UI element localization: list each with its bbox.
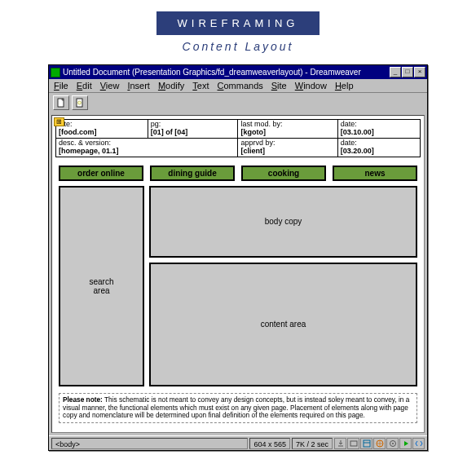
nav-news[interactable]: news: [333, 166, 417, 181]
titlebar[interactable]: Untitled Document (Presentation Graphics…: [49, 65, 427, 79]
new-file-button[interactable]: [53, 95, 69, 110]
nav-row: order online dining guide cooking news: [55, 166, 421, 181]
note-text: This schematic is not meant to convey an…: [63, 395, 409, 420]
document-icon: [51, 68, 60, 77]
code-inspector-icon[interactable]: [360, 438, 372, 449]
info-date1-cell: date: [03.10.00]: [337, 120, 420, 139]
menu-insert[interactable]: Insert: [127, 81, 150, 91]
note-label: Please note:: [63, 395, 103, 404]
right-column: body copy content area: [149, 186, 417, 386]
info-table-wrap: ⊞ site: [food.com] pg: [01] of [04] last…: [55, 119, 421, 157]
menu-view[interactable]: View: [100, 81, 120, 91]
status-dimensions[interactable]: 604 x 565: [249, 438, 290, 449]
info-date2-cell: date: [03.20.00]: [337, 138, 420, 157]
menu-modify[interactable]: Modify: [158, 81, 184, 91]
statusbar: <body> 604 x 565 7K / 2 sec: [49, 435, 427, 450]
info-pg-cell: pg: [01] of [04]: [148, 120, 238, 139]
minimize-button[interactable]: _: [390, 67, 401, 77]
app-window: Untitled Document (Presentation Graphics…: [48, 64, 428, 451]
info-value: [03.20.00]: [341, 148, 417, 156]
close-button[interactable]: ×: [414, 67, 425, 77]
page-properties-button[interactable]: [72, 95, 88, 110]
page-banner: WIREFRAMING: [156, 11, 320, 35]
status-icons: [334, 438, 425, 449]
search-area-block: search area: [59, 186, 144, 386]
svg-point-2: [78, 101, 82, 104]
info-value: [homepage, 01.1]: [59, 148, 235, 156]
document-canvas[interactable]: ⊞ site: [food.com] pg: [01] of [04] last…: [51, 115, 425, 433]
download-stats-icon[interactable]: [334, 438, 346, 449]
info-value: [kgoto]: [240, 129, 334, 137]
status-size: 7K / 2 sec: [292, 438, 333, 449]
menu-edit[interactable]: Edit: [77, 81, 92, 91]
layout-row: search area body copy content area: [55, 186, 421, 386]
body-copy-block: body copy: [149, 186, 417, 258]
globe-icon[interactable]: [373, 438, 386, 449]
table-tag-icon[interactable]: ⊞: [54, 117, 64, 126]
play-icon[interactable]: [399, 438, 412, 449]
info-value: [food.com]: [59, 129, 145, 137]
hand-page-icon: [75, 98, 85, 108]
info-apprvd-cell: apprvd by: [client]: [238, 138, 337, 157]
nav-order-online[interactable]: order online: [59, 166, 143, 181]
note-box: Please note: This schematic is not meant…: [59, 393, 417, 424]
svg-point-7: [392, 443, 394, 444]
tag-selector[interactable]: <body>: [51, 438, 248, 449]
menu-help[interactable]: Help: [335, 81, 354, 91]
page-icon: [56, 98, 66, 108]
maximize-button[interactable]: □: [402, 67, 413, 77]
menu-window[interactable]: Window: [295, 81, 327, 91]
content-area-block: content area: [149, 263, 417, 386]
toolbar: [49, 93, 427, 113]
behaviors-icon[interactable]: [386, 438, 399, 449]
page-subtitle: Content Layout: [0, 40, 476, 53]
nav-cooking[interactable]: cooking: [241, 166, 326, 181]
info-lastmod-cell: last mod. by: [kgoto]: [238, 120, 337, 139]
menu-commands[interactable]: Commands: [218, 81, 263, 91]
menu-site[interactable]: Site: [271, 81, 287, 91]
titlebar-text: Untitled Document (Presentation Graphics…: [63, 68, 390, 77]
info-table: site: [food.com] pg: [01] of [04] last m…: [55, 119, 421, 157]
svg-rect-3: [350, 441, 357, 446]
menubar: File Edit View Insert Modify Text Comman…: [49, 79, 427, 93]
nav-dining-guide[interactable]: dining guide: [150, 166, 235, 181]
info-desc-cell: desc. & version: [homepage, 01.1]: [56, 138, 238, 157]
info-value: [03.10.00]: [341, 129, 417, 137]
menu-text[interactable]: Text: [192, 81, 209, 91]
html-source-icon[interactable]: [412, 438, 425, 449]
info-value: [01] of [04]: [151, 129, 236, 137]
svg-rect-4: [364, 440, 370, 447]
info-value: [client]: [240, 148, 334, 156]
launcher-icon[interactable]: [347, 438, 359, 449]
menu-file[interactable]: File: [54, 81, 68, 91]
info-site-cell: site: [food.com]: [56, 120, 148, 139]
